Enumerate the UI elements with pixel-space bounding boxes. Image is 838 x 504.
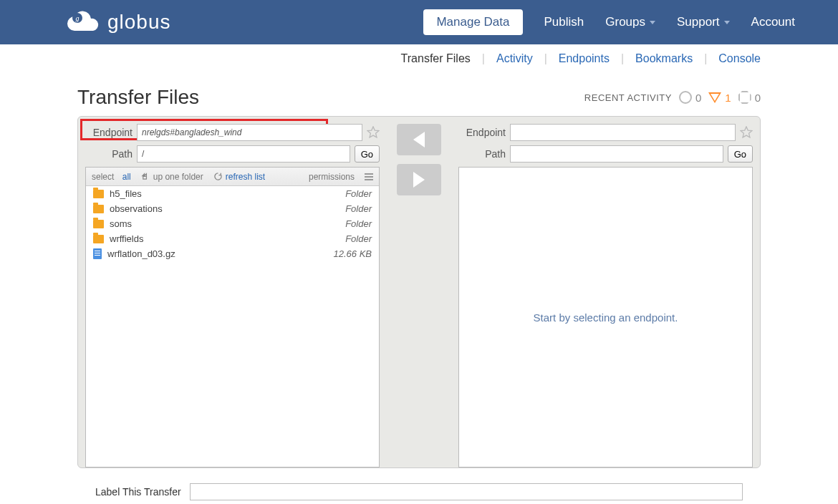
- path-label: Path: [458, 148, 506, 160]
- separator: |: [704, 52, 707, 65]
- subnav-endpoints[interactable]: Endpoints: [559, 52, 610, 65]
- left-endpoint-input[interactable]: [137, 124, 362, 141]
- nav-manage-data[interactable]: Manage Data: [423, 9, 522, 35]
- label-transfer-text: Label This Transfer: [95, 486, 181, 498]
- file-menu-button[interactable]: [365, 173, 373, 180]
- right-empty-message: Start by selecting an endpoint.: [459, 168, 752, 467]
- left-file-browser: select all up one folder refresh list pe…: [85, 167, 380, 467]
- subnav-console[interactable]: Console: [718, 52, 761, 65]
- file-name: wrffields: [110, 233, 143, 244]
- file-name: h5_files: [110, 188, 142, 199]
- separator: |: [544, 52, 547, 65]
- folder-row[interactable]: wrffieldsFolder: [86, 231, 379, 246]
- separator: |: [621, 52, 624, 65]
- file-row[interactable]: wrflatlon_d03.gz12.66 KB: [86, 246, 379, 261]
- right-file-browser: Start by selecting an endpoint.: [458, 167, 753, 467]
- subnav-transfer-files[interactable]: Transfer Files: [401, 52, 471, 65]
- recent-activity-label: RECENT ACTIVITY: [584, 92, 672, 103]
- folder-icon: [93, 190, 104, 198]
- select-all-button[interactable]: select all: [92, 172, 131, 182]
- circle-icon: [679, 91, 692, 104]
- globus-cloud-icon: g: [64, 11, 100, 34]
- endpoint-label: Endpoint: [458, 127, 506, 138]
- endpoint-label: Endpoint: [85, 127, 133, 138]
- folder-icon: [93, 235, 104, 243]
- folder-row[interactable]: somsFolder: [86, 216, 379, 231]
- transfer-workspace: Endpoint Path Go select all u: [77, 116, 761, 468]
- recent-stop-badge[interactable]: 0: [738, 91, 761, 104]
- page-header: Transfer Files RECENT ACTIVITY 0 1 0: [77, 86, 761, 109]
- permissions-button[interactable]: permissions: [309, 172, 355, 182]
- file-meta: Folder: [345, 233, 372, 244]
- page-title: Transfer Files: [77, 86, 199, 109]
- nav-support[interactable]: Support: [677, 15, 730, 29]
- recent-warn-badge[interactable]: 1: [708, 92, 731, 104]
- file-icon: [93, 248, 102, 259]
- folder-icon: [93, 205, 104, 213]
- refresh-list-button[interactable]: refresh list: [213, 172, 265, 182]
- folder-icon: [93, 220, 104, 228]
- right-pane: Endpoint Path Go Start by selecting an e…: [451, 117, 760, 467]
- label-transfer-input[interactable]: [190, 483, 743, 500]
- file-toolbar: select all up one folder refresh list pe…: [86, 168, 379, 186]
- bookmark-star-icon[interactable]: [367, 126, 380, 139]
- file-name: observations: [110, 203, 163, 214]
- subnav-bookmarks[interactable]: Bookmarks: [635, 52, 693, 65]
- transfer-left-button[interactable]: [397, 124, 441, 155]
- subnav-activity[interactable]: Activity: [496, 52, 533, 65]
- up-one-folder-button[interactable]: up one folder: [141, 172, 203, 182]
- chevron-down-icon: [724, 21, 730, 24]
- nav-support-label: Support: [677, 15, 720, 29]
- folder-row[interactable]: observationsFolder: [86, 201, 379, 216]
- warning-icon: [708, 92, 721, 103]
- separator: |: [482, 52, 485, 65]
- chevron-down-icon: [650, 21, 655, 24]
- recent-activity: RECENT ACTIVITY 0 1 0: [584, 91, 761, 104]
- sub-nav: Transfer Files | Activity | Endpoints | …: [0, 44, 838, 73]
- top-nav: g globus Manage Data Publish Groups Supp…: [0, 0, 838, 44]
- arrow-right-icon: [413, 172, 425, 188]
- menu-icon: [365, 173, 373, 180]
- main-nav: Manage Data Publish Groups Support Accou…: [423, 9, 795, 35]
- nav-groups-label: Groups: [605, 15, 645, 29]
- stop-icon: [738, 91, 751, 104]
- refresh-icon: [213, 172, 223, 181]
- label-transfer-row: Label This Transfer: [78, 469, 760, 504]
- brand-text: globus: [107, 11, 171, 34]
- file-meta: Folder: [345, 203, 372, 214]
- right-endpoint-input[interactable]: [510, 124, 736, 141]
- right-go-button[interactable]: Go: [728, 145, 753, 163]
- left-file-list[interactable]: h5_filesFolderobservationsFoldersomsFold…: [86, 186, 379, 467]
- left-pane: Endpoint Path Go select all u: [78, 117, 387, 467]
- path-label: Path: [85, 148, 133, 160]
- nav-account[interactable]: Account: [751, 15, 795, 29]
- right-path-input[interactable]: [510, 145, 723, 163]
- file-name: soms: [110, 218, 132, 229]
- left-go-button[interactable]: Go: [355, 145, 380, 163]
- transfer-direction-controls: [387, 117, 451, 467]
- bookmark-star-icon[interactable]: [740, 126, 753, 139]
- brand-logo[interactable]: g globus: [64, 11, 171, 34]
- folder-row[interactable]: h5_filesFolder: [86, 186, 379, 201]
- left-path-input[interactable]: [137, 145, 350, 163]
- up-arrow-icon: [141, 172, 150, 181]
- svg-text:g: g: [76, 14, 80, 22]
- nav-publish[interactable]: Publish: [544, 15, 584, 29]
- file-name: wrflatlon_d03.gz: [107, 248, 175, 259]
- file-meta: Folder: [345, 188, 372, 199]
- arrow-left-icon: [413, 132, 425, 147]
- nav-groups[interactable]: Groups: [605, 15, 655, 29]
- file-meta: 12.66 KB: [334, 248, 372, 259]
- file-meta: Folder: [345, 218, 372, 229]
- recent-ok-badge[interactable]: 0: [679, 91, 701, 104]
- transfer-right-button[interactable]: [397, 164, 441, 195]
